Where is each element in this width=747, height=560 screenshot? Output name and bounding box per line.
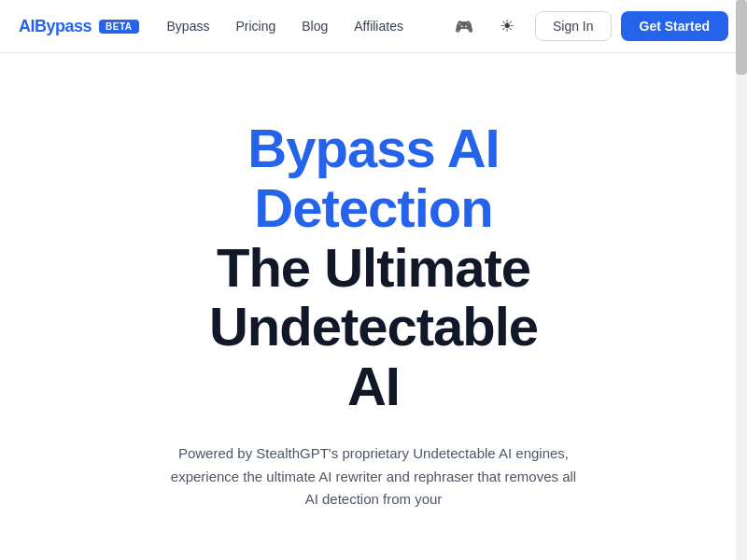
sign-in-button[interactable]: Sign In: [535, 11, 612, 41]
scrollbar-thumb[interactable]: [736, 0, 747, 75]
navbar: AIBypass BETA Bypass Pricing Blog Affili…: [0, 0, 747, 53]
hero-title-line4: Undetectable: [209, 297, 538, 357]
nav-links: Bypass Pricing Blog Affiliates: [167, 19, 449, 34]
hero-title: Bypass AI Detection The Ultimate Undetec…: [209, 119, 538, 416]
nav-icons: 🎮 ☀: [449, 11, 522, 41]
discord-icon-button[interactable]: 🎮: [449, 11, 479, 41]
brand-name: AIBypass: [19, 17, 92, 36]
discord-icon: 🎮: [455, 18, 473, 35]
brand: AIBypass BETA: [19, 17, 139, 36]
scrollbar[interactable]: [736, 0, 747, 560]
sun-icon: ☀: [500, 16, 514, 36]
hero-title-line5: AI: [209, 357, 538, 416]
nav-link-blog[interactable]: Blog: [302, 19, 328, 34]
nav-link-pricing[interactable]: Pricing: [235, 19, 275, 34]
beta-badge: BETA: [99, 20, 138, 34]
nav-link-bypass[interactable]: Bypass: [167, 19, 210, 34]
nav-link-affiliates[interactable]: Affiliates: [354, 19, 403, 34]
hero-subtitle: Powered by StealthGPT's proprietary Unde…: [168, 442, 579, 511]
theme-toggle-button[interactable]: ☀: [492, 11, 522, 41]
hero-section: Bypass AI Detection The Ultimate Undetec…: [0, 53, 747, 511]
get-started-button[interactable]: Get Started: [621, 11, 728, 41]
hero-title-line1: Bypass AI: [209, 119, 538, 178]
nav-actions: Sign In Get Started: [535, 11, 728, 41]
hero-title-line3: The Ultimate: [209, 238, 538, 298]
hero-title-line2: Detection: [209, 178, 538, 238]
